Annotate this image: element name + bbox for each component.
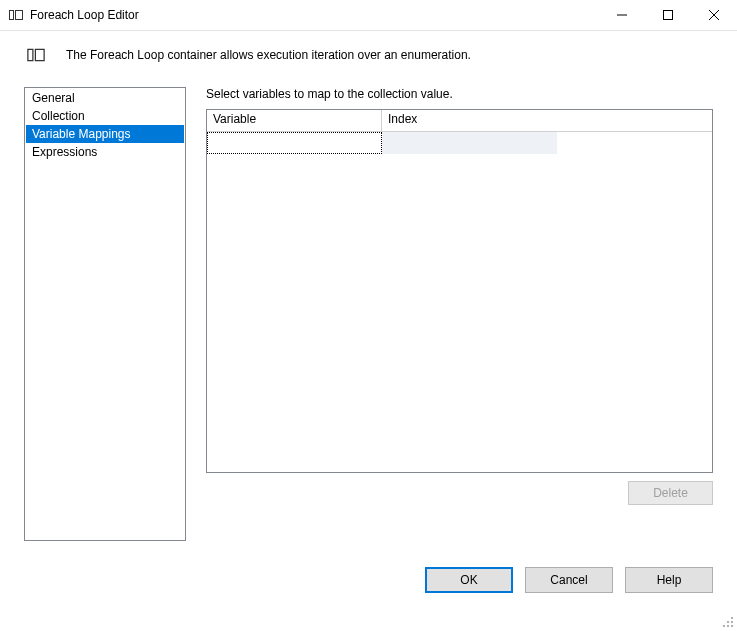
cell-index[interactable] bbox=[382, 132, 557, 154]
svg-rect-8 bbox=[723, 625, 725, 627]
category-sidebar: General Collection Variable Mappings Exp… bbox=[24, 87, 186, 541]
header-description: The Foreach Loop container allows execut… bbox=[66, 48, 471, 62]
sidebar-item-general[interactable]: General bbox=[26, 89, 184, 107]
column-header-index[interactable]: Index bbox=[382, 110, 557, 131]
titlebar: Foreach Loop Editor bbox=[0, 0, 737, 31]
ok-button[interactable]: OK bbox=[425, 567, 513, 593]
svg-rect-1 bbox=[16, 11, 23, 20]
grid-header: Variable Index bbox=[207, 110, 712, 132]
svg-rect-0 bbox=[10, 11, 14, 20]
mapping-grid[interactable]: Variable Index bbox=[206, 109, 713, 473]
sidebar-item-collection[interactable]: Collection bbox=[26, 107, 184, 125]
instruction-text: Select variables to map to the collectio… bbox=[206, 87, 713, 101]
loop-container-icon-large bbox=[26, 45, 46, 65]
svg-rect-5 bbox=[731, 617, 733, 619]
svg-rect-6 bbox=[727, 621, 729, 623]
minimize-button[interactable] bbox=[599, 0, 645, 30]
delete-button: Delete bbox=[628, 481, 713, 505]
svg-rect-4 bbox=[35, 49, 44, 60]
header-strip: The Foreach Loop container allows execut… bbox=[0, 31, 737, 77]
maximize-button[interactable] bbox=[645, 0, 691, 30]
svg-rect-7 bbox=[731, 621, 733, 623]
cell-variable[interactable] bbox=[207, 132, 382, 154]
svg-rect-3 bbox=[28, 49, 33, 60]
svg-rect-9 bbox=[727, 625, 729, 627]
sidebar-item-variable-mappings[interactable]: Variable Mappings bbox=[26, 125, 184, 143]
column-header-variable[interactable]: Variable bbox=[207, 110, 382, 131]
dialog-footer: OK Cancel Help bbox=[0, 541, 737, 593]
sidebar-item-expressions[interactable]: Expressions bbox=[26, 143, 184, 161]
close-button[interactable] bbox=[691, 0, 737, 30]
help-button[interactable]: Help bbox=[625, 567, 713, 593]
main-panel: Select variables to map to the collectio… bbox=[206, 87, 713, 541]
svg-rect-10 bbox=[731, 625, 733, 627]
window-title: Foreach Loop Editor bbox=[30, 8, 139, 22]
window-controls bbox=[599, 0, 737, 30]
loop-container-icon bbox=[8, 7, 24, 23]
cancel-button[interactable]: Cancel bbox=[525, 567, 613, 593]
grid-row[interactable] bbox=[207, 132, 712, 154]
svg-rect-2 bbox=[664, 11, 673, 20]
resize-grip-icon bbox=[721, 615, 735, 629]
